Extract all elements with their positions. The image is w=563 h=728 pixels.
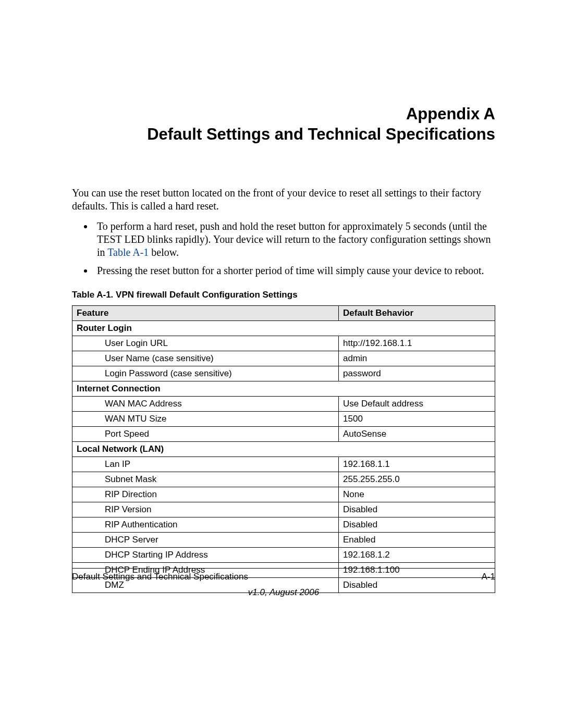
table-row: RIP AuthenticationDisabled xyxy=(72,517,495,532)
value-cell: Enabled xyxy=(339,532,495,547)
table-row: DHCP Starting IP Address192.168.1.2 xyxy=(72,547,495,562)
page-footer: Default Settings and Technical Specifica… xyxy=(72,568,495,598)
value-cell: http://192.168.1.1 xyxy=(339,336,495,351)
feature-cell: Subnet Mask xyxy=(101,472,339,487)
table-row: RIP DirectionNone xyxy=(72,487,495,502)
indent-cell xyxy=(72,517,101,532)
footer-left: Default Settings and Technical Specifica… xyxy=(72,572,248,582)
feature-cell: Lan IP xyxy=(101,456,339,472)
feature-cell: DHCP Server xyxy=(101,532,339,547)
indent-cell xyxy=(72,547,101,562)
bullet-list: To perform a hard reset, push and hold t… xyxy=(72,220,495,277)
value-cell: Disabled xyxy=(339,517,495,532)
section-row-router-login: Router Login xyxy=(72,320,495,336)
intro-paragraph: You can use the reset button located on … xyxy=(72,187,495,213)
indent-cell xyxy=(72,336,101,351)
table-row: Lan IP192.168.1.1 xyxy=(72,456,495,472)
section-internet: Internet Connection xyxy=(72,381,495,396)
table-row: Subnet Mask255.255.255.0 xyxy=(72,472,495,487)
section-row-lan: Local Network (LAN) xyxy=(72,441,495,456)
section-lan: Local Network (LAN) xyxy=(72,441,495,456)
footer-page-number: A-1 xyxy=(482,572,495,582)
value-cell: admin xyxy=(339,351,495,366)
table-row: WAN MTU Size1500 xyxy=(72,411,495,426)
footer-version: v1.0, August 2006 xyxy=(72,587,495,598)
bullet-1-post: below. xyxy=(149,246,179,258)
feature-cell: Port Speed xyxy=(101,426,339,441)
footer-rule xyxy=(72,568,495,569)
table-row: RIP VersionDisabled xyxy=(72,502,495,517)
title-line-2: Default Settings and Technical Specifica… xyxy=(147,125,495,143)
bullet-item-1: To perform a hard reset, push and hold t… xyxy=(94,220,495,259)
indent-cell xyxy=(72,396,101,411)
feature-cell: WAN MTU Size xyxy=(101,411,339,426)
page-title: Appendix A Default Settings and Technica… xyxy=(72,104,495,145)
table-link[interactable]: Table A-1 xyxy=(107,246,149,258)
table-row: User Name (case sensitive)admin xyxy=(72,351,495,366)
value-cell: 192.168.1.2 xyxy=(339,547,495,562)
footer-line: Default Settings and Technical Specifica… xyxy=(72,572,495,582)
table-caption: Table A-1. VPN firewall Default Configur… xyxy=(72,290,495,300)
table-row: Login Password (case sensitive)password xyxy=(72,366,495,381)
value-cell: 1500 xyxy=(339,411,495,426)
value-cell: Use Default address xyxy=(339,396,495,411)
value-cell: password xyxy=(339,366,495,381)
title-line-1: Appendix A xyxy=(406,105,495,123)
page: Appendix A Default Settings and Technica… xyxy=(0,0,563,728)
indent-cell xyxy=(72,411,101,426)
indent-cell xyxy=(72,532,101,547)
table-row: DHCP ServerEnabled xyxy=(72,532,495,547)
feature-cell: User Login URL xyxy=(101,336,339,351)
feature-cell: RIP Direction xyxy=(101,487,339,502)
value-cell: 255.255.255.0 xyxy=(339,472,495,487)
feature-cell: WAN MAC Address xyxy=(101,396,339,411)
indent-cell xyxy=(72,502,101,517)
table-header-row: Feature Default Behavior xyxy=(72,305,495,320)
section-router-login: Router Login xyxy=(72,320,495,336)
value-cell: Disabled xyxy=(339,502,495,517)
indent-cell xyxy=(72,456,101,472)
value-cell: AutoSense xyxy=(339,426,495,441)
indent-cell xyxy=(72,487,101,502)
value-cell: 192.168.1.1 xyxy=(339,456,495,472)
feature-cell: RIP Authentication xyxy=(101,517,339,532)
table-row: User Login URLhttp://192.168.1.1 xyxy=(72,336,495,351)
bullet-item-2: Pressing the reset button for a shorter … xyxy=(94,264,495,277)
table-row: WAN MAC AddressUse Default address xyxy=(72,396,495,411)
config-table: Feature Default Behavior Router Login Us… xyxy=(72,305,495,593)
feature-cell: RIP Version xyxy=(101,502,339,517)
header-behavior: Default Behavior xyxy=(339,305,495,320)
indent-cell xyxy=(72,366,101,381)
feature-cell: Login Password (case sensitive) xyxy=(101,366,339,381)
indent-cell xyxy=(72,472,101,487)
section-row-internet: Internet Connection xyxy=(72,381,495,396)
feature-cell: DHCP Starting IP Address xyxy=(101,547,339,562)
value-cell: None xyxy=(339,487,495,502)
indent-cell xyxy=(72,426,101,441)
table-row: Port SpeedAutoSense xyxy=(72,426,495,441)
header-feature: Feature xyxy=(72,305,339,320)
feature-cell: User Name (case sensitive) xyxy=(101,351,339,366)
indent-cell xyxy=(72,351,101,366)
